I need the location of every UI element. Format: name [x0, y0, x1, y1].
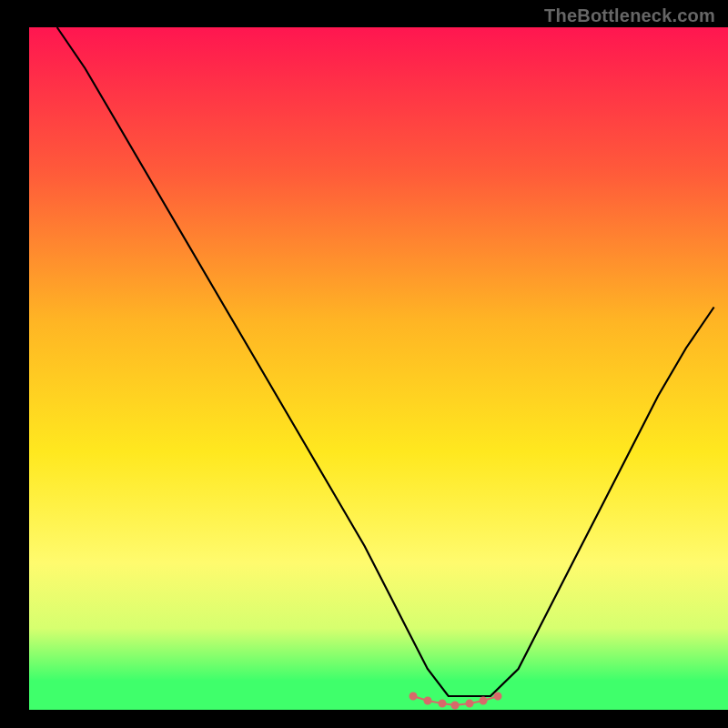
- svg-point-0: [410, 693, 417, 700]
- svg-point-4: [467, 701, 473, 707]
- plot-border-bottom: [0, 710, 728, 728]
- svg-point-2: [440, 701, 446, 707]
- svg-point-6: [495, 693, 501, 700]
- plot-border-left: [0, 0, 29, 728]
- watermark-text: TheBottleneck.com: [544, 5, 715, 26]
- plot-bottom-band: [29, 681, 728, 710]
- chart-container: TheBottleneck.com: [0, 0, 728, 728]
- plot-gradient: [29, 27, 728, 681]
- svg-point-3: [452, 703, 459, 709]
- svg-point-5: [480, 698, 487, 704]
- svg-point-1: [425, 698, 431, 704]
- chart-svg: [0, 0, 728, 728]
